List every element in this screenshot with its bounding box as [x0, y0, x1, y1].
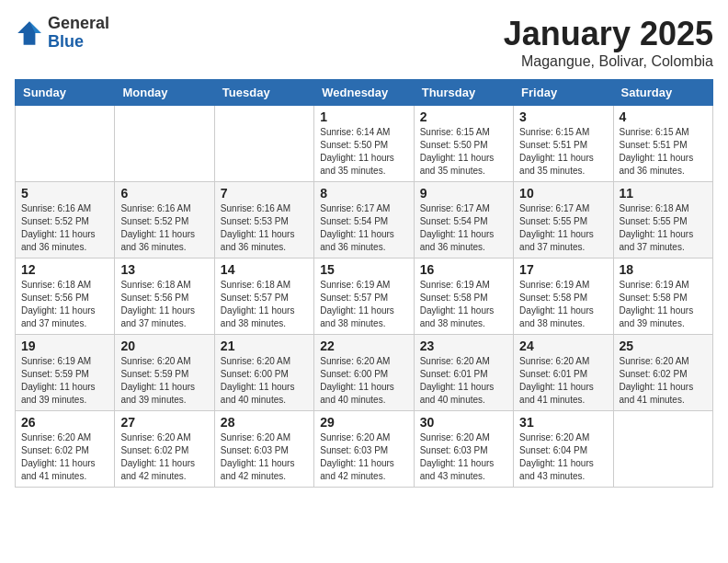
day-number: 5 — [21, 186, 108, 201]
day-info: Sunrise: 6:20 AM Sunset: 5:59 PM Dayligh… — [120, 355, 208, 407]
day-info: Sunrise: 6:15 AM Sunset: 5:51 PM Dayligh… — [519, 126, 607, 178]
day-number: 21 — [221, 339, 308, 353]
calendar-week-4: 26Sunrise: 6:20 AM Sunset: 6:02 PM Dayli… — [16, 411, 713, 488]
calendar-cell — [613, 411, 712, 488]
day-number: 24 — [519, 339, 607, 353]
calendar-header-row: SundayMondayTuesdayWednesdayThursdayFrid… — [16, 80, 713, 106]
calendar-cell: 15Sunrise: 6:19 AM Sunset: 5:57 PM Dayli… — [314, 259, 414, 335]
logo-text: General Blue — [48, 15, 109, 52]
day-info: Sunrise: 6:19 AM Sunset: 5:58 PM Dayligh… — [420, 279, 507, 330]
logo-general-text: General — [48, 15, 109, 33]
day-number: 6 — [120, 186, 208, 201]
calendar-cell: 1Sunrise: 6:14 AM Sunset: 5:50 PM Daylig… — [314, 106, 414, 182]
day-number: 16 — [420, 262, 507, 277]
day-info: Sunrise: 6:20 AM Sunset: 6:02 PM Dayligh… — [21, 431, 108, 483]
location-title: Magangue, Bolivar, Colombia — [504, 53, 713, 70]
day-number: 11 — [620, 186, 707, 201]
day-info: Sunrise: 6:19 AM Sunset: 5:58 PM Dayligh… — [620, 279, 707, 330]
header-friday: Friday — [514, 80, 613, 106]
calendar-cell: 27Sunrise: 6:20 AM Sunset: 6:02 PM Dayli… — [115, 411, 214, 488]
day-info: Sunrise: 6:19 AM Sunset: 5:58 PM Dayligh… — [519, 279, 607, 330]
day-info: Sunrise: 6:18 AM Sunset: 5:55 PM Dayligh… — [620, 202, 707, 254]
day-number: 3 — [519, 109, 607, 124]
calendar-cell: 21Sunrise: 6:20 AM Sunset: 6:00 PM Dayli… — [214, 335, 313, 411]
day-info: Sunrise: 6:20 AM Sunset: 6:00 PM Dayligh… — [221, 355, 308, 407]
header-tuesday: Tuesday — [214, 80, 313, 106]
day-number: 28 — [221, 415, 308, 430]
calendar-cell: 14Sunrise: 6:18 AM Sunset: 5:57 PM Dayli… — [214, 259, 313, 335]
calendar-cell: 31Sunrise: 6:20 AM Sunset: 6:04 PM Dayli… — [514, 411, 613, 488]
calendar-cell: 23Sunrise: 6:20 AM Sunset: 6:01 PM Dayli… — [414, 335, 513, 411]
day-info: Sunrise: 6:20 AM Sunset: 6:02 PM Dayligh… — [620, 355, 707, 407]
day-info: Sunrise: 6:19 AM Sunset: 5:57 PM Dayligh… — [320, 279, 407, 330]
calendar-cell: 26Sunrise: 6:20 AM Sunset: 6:02 PM Dayli… — [16, 411, 115, 488]
calendar-cell: 29Sunrise: 6:20 AM Sunset: 6:03 PM Dayli… — [314, 411, 414, 488]
calendar-week-3: 19Sunrise: 6:19 AM Sunset: 5:59 PM Dayli… — [16, 335, 713, 411]
calendar-cell: 2Sunrise: 6:15 AM Sunset: 5:50 PM Daylig… — [414, 106, 513, 182]
day-number: 31 — [519, 415, 607, 430]
logo-icon — [15, 18, 44, 48]
calendar-week-2: 12Sunrise: 6:18 AM Sunset: 5:56 PM Dayli… — [16, 259, 713, 335]
day-number: 7 — [221, 186, 308, 201]
calendar-cell — [115, 106, 214, 182]
header-sunday: Sunday — [16, 80, 115, 106]
day-info: Sunrise: 6:20 AM Sunset: 6:03 PM Dayligh… — [221, 431, 308, 483]
day-info: Sunrise: 6:16 AM Sunset: 5:52 PM Dayligh… — [21, 202, 108, 254]
day-info: Sunrise: 6:15 AM Sunset: 5:50 PM Dayligh… — [420, 126, 507, 178]
calendar-cell: 12Sunrise: 6:18 AM Sunset: 5:56 PM Dayli… — [16, 259, 115, 335]
header: General Blue January 2025 Magangue, Boli… — [15, 15, 713, 70]
calendar-cell: 25Sunrise: 6:20 AM Sunset: 6:02 PM Dayli… — [613, 335, 712, 411]
day-number: 25 — [620, 339, 707, 353]
day-number: 14 — [221, 262, 308, 277]
day-info: Sunrise: 6:20 AM Sunset: 6:01 PM Dayligh… — [420, 355, 507, 407]
calendar-cell: 6Sunrise: 6:16 AM Sunset: 5:52 PM Daylig… — [115, 182, 214, 259]
day-number: 13 — [120, 262, 208, 277]
logo-blue-text: Blue — [48, 33, 109, 52]
day-info: Sunrise: 6:16 AM Sunset: 5:53 PM Dayligh… — [221, 202, 308, 254]
calendar-cell: 8Sunrise: 6:17 AM Sunset: 5:54 PM Daylig… — [314, 182, 414, 259]
day-info: Sunrise: 6:18 AM Sunset: 5:56 PM Dayligh… — [21, 279, 108, 330]
day-number: 19 — [21, 339, 108, 353]
day-number: 17 — [519, 262, 607, 277]
calendar-cell: 9Sunrise: 6:17 AM Sunset: 5:54 PM Daylig… — [414, 182, 513, 259]
calendar-cell: 13Sunrise: 6:18 AM Sunset: 5:56 PM Dayli… — [115, 259, 214, 335]
header-thursday: Thursday — [414, 80, 513, 106]
title-area: January 2025 Magangue, Bolivar, Colombia — [504, 15, 713, 70]
calendar-cell: 7Sunrise: 6:16 AM Sunset: 5:53 PM Daylig… — [214, 182, 313, 259]
day-info: Sunrise: 6:20 AM Sunset: 6:03 PM Dayligh… — [320, 431, 407, 483]
day-info: Sunrise: 6:19 AM Sunset: 5:59 PM Dayligh… — [21, 355, 108, 407]
calendar-cell — [16, 106, 115, 182]
day-number: 2 — [420, 109, 507, 124]
calendar-cell: 18Sunrise: 6:19 AM Sunset: 5:58 PM Dayli… — [613, 259, 712, 335]
day-info: Sunrise: 6:20 AM Sunset: 6:03 PM Dayligh… — [420, 431, 507, 483]
header-monday: Monday — [115, 80, 214, 106]
day-info: Sunrise: 6:20 AM Sunset: 6:04 PM Dayligh… — [519, 431, 607, 483]
day-info: Sunrise: 6:16 AM Sunset: 5:52 PM Dayligh… — [120, 202, 208, 254]
calendar-cell: 16Sunrise: 6:19 AM Sunset: 5:58 PM Dayli… — [414, 259, 513, 335]
day-info: Sunrise: 6:15 AM Sunset: 5:51 PM Dayligh… — [620, 126, 707, 178]
calendar-cell — [214, 106, 313, 182]
calendar-cell: 10Sunrise: 6:17 AM Sunset: 5:55 PM Dayli… — [514, 182, 613, 259]
day-number: 20 — [120, 339, 208, 353]
calendar-cell: 19Sunrise: 6:19 AM Sunset: 5:59 PM Dayli… — [16, 335, 115, 411]
header-saturday: Saturday — [613, 80, 712, 106]
day-number: 1 — [320, 109, 407, 124]
day-number: 12 — [21, 262, 108, 277]
calendar-cell: 5Sunrise: 6:16 AM Sunset: 5:52 PM Daylig… — [16, 182, 115, 259]
calendar-cell: 3Sunrise: 6:15 AM Sunset: 5:51 PM Daylig… — [514, 106, 613, 182]
day-info: Sunrise: 6:20 AM Sunset: 6:00 PM Dayligh… — [320, 355, 407, 407]
day-number: 29 — [320, 415, 407, 430]
day-info: Sunrise: 6:17 AM Sunset: 5:54 PM Dayligh… — [320, 202, 407, 254]
calendar-cell: 22Sunrise: 6:20 AM Sunset: 6:00 PM Dayli… — [314, 335, 414, 411]
day-info: Sunrise: 6:17 AM Sunset: 5:54 PM Dayligh… — [420, 202, 507, 254]
day-info: Sunrise: 6:17 AM Sunset: 5:55 PM Dayligh… — [519, 202, 607, 254]
day-number: 30 — [420, 415, 507, 430]
day-number: 27 — [120, 415, 208, 430]
day-number: 26 — [21, 415, 108, 430]
calendar-cell: 17Sunrise: 6:19 AM Sunset: 5:58 PM Dayli… — [514, 259, 613, 335]
day-info: Sunrise: 6:20 AM Sunset: 6:02 PM Dayligh… — [120, 431, 208, 483]
calendar-week-1: 5Sunrise: 6:16 AM Sunset: 5:52 PM Daylig… — [16, 182, 713, 259]
day-info: Sunrise: 6:20 AM Sunset: 6:01 PM Dayligh… — [519, 355, 607, 407]
calendar-cell: 30Sunrise: 6:20 AM Sunset: 6:03 PM Dayli… — [414, 411, 513, 488]
logo: General Blue — [15, 15, 109, 52]
